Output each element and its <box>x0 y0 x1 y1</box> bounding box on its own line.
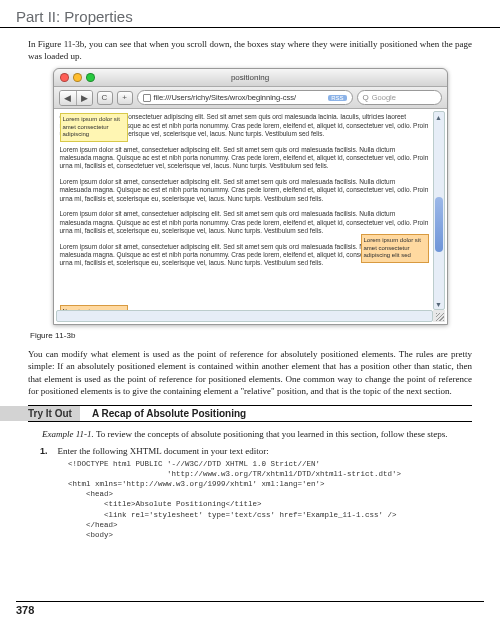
url: file:///Users/richy/Sites/wrox/beginning… <box>154 93 297 102</box>
back-button[interactable]: ◀ <box>60 91 76 105</box>
scroll-up-icon[interactable]: ▲ <box>434 112 444 122</box>
code-block: <!DOCTYPE html PUBLIC '-//W3C//DTD XHTML… <box>68 459 472 540</box>
horizontal-scrollbar[interactable] <box>56 310 433 322</box>
page-content: In Figure 11-3b, you can see that when y… <box>0 28 500 540</box>
browser-window: positioning ◀ ▶ C + file:///Users/richy/… <box>53 68 448 325</box>
address-bar[interactable]: file:///Users/richy/Sites/wrox/beginning… <box>137 90 353 105</box>
try-it-out-label: Try It Out <box>0 406 80 421</box>
lorem-block: Lorem ipsum dolor sit amet, consectetuer… <box>60 178 429 203</box>
close-icon[interactable] <box>60 73 69 82</box>
fixed-box-1: Lorem ipsum dolor sit amet consectetur a… <box>60 113 128 142</box>
try-it-out-title: A Recap of Absolute Positioning <box>80 408 246 419</box>
window-title: positioning <box>231 73 269 82</box>
search-icon: Q <box>363 93 369 102</box>
resize-handle-icon[interactable] <box>433 310 445 322</box>
window-controls <box>60 73 95 82</box>
figure-caption: Figure 11-3b <box>30 331 472 340</box>
add-button[interactable]: + <box>117 91 133 105</box>
forward-button[interactable]: ▶ <box>76 91 92 105</box>
step-1: 1. Enter the following XHTML document in… <box>40 446 472 456</box>
page-header: Part II: Properties <box>0 0 500 28</box>
explanation-paragraph: You can modify what element is used as t… <box>28 348 472 397</box>
step-number: 1. <box>40 446 48 456</box>
search-bar[interactable]: Q Google <box>357 90 442 105</box>
minimize-icon[interactable] <box>73 73 82 82</box>
intro-paragraph: In Figure 11-3b, you can see that when y… <box>28 38 472 62</box>
nav-buttons: ◀ ▶ <box>59 90 93 106</box>
page-number: 378 <box>16 601 484 616</box>
lorem-block: Lorem ipsum dolor sit amet, consectetuer… <box>60 146 429 171</box>
part-title: Part II: Properties <box>16 8 133 25</box>
lorem-block: Lorem ipsum dolor sit amet, consectetuer… <box>60 210 429 235</box>
example-intro: Example 11-1. To review the concepts of … <box>42 428 472 440</box>
toolbar: ◀ ▶ C + file:///Users/richy/Sites/wrox/b… <box>54 87 447 109</box>
reload-button[interactable]: C <box>97 91 113 105</box>
step-text: Enter the following XHTML document in yo… <box>58 446 269 456</box>
viewport: consectetuer sit amet, consectetuer adip… <box>54 109 447 324</box>
search-placeholder: Google <box>372 93 396 102</box>
vertical-scrollbar[interactable]: ▲ ▼ <box>433 111 445 310</box>
try-it-out-bar: Try It Out A Recap of Absolute Positioni… <box>28 405 472 422</box>
rss-badge[interactable]: RSS <box>328 95 346 101</box>
favicon-icon <box>143 94 151 102</box>
fixed-box-2: Lorem ipsum dolor sit amet consectetur a… <box>361 234 429 263</box>
example-number: Example 11-1. <box>42 429 94 439</box>
titlebar: positioning <box>54 69 447 87</box>
zoom-icon[interactable] <box>86 73 95 82</box>
scroll-thumb[interactable] <box>435 197 443 252</box>
scroll-down-icon[interactable]: ▼ <box>434 299 444 309</box>
example-intro-text: To review the concepts of absolute posit… <box>94 429 448 439</box>
